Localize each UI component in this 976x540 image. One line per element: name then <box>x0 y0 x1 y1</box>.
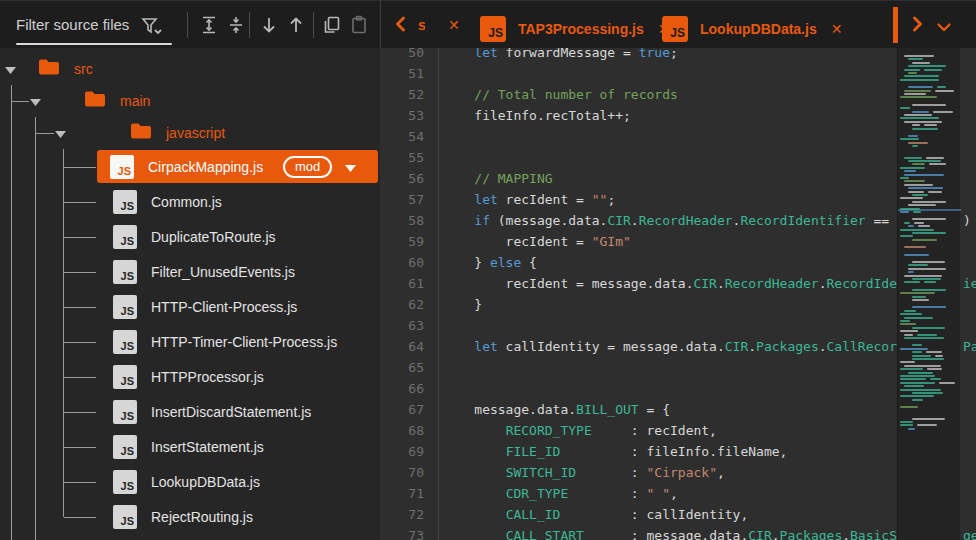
minimap-code-line <box>904 246 926 248</box>
folder-label: javascript <box>166 125 225 141</box>
minimap-code-line <box>900 395 934 397</box>
filter-icon[interactable] <box>140 15 160 35</box>
tree-item-javascript[interactable]: javascript <box>0 117 380 149</box>
copy-icon[interactable] <box>322 15 342 35</box>
minimap-code-line <box>912 145 918 147</box>
tree-item-src[interactable]: src <box>0 53 380 85</box>
minimap-code-line <box>900 208 920 210</box>
minimap-code-line <box>900 378 926 380</box>
minimap-code-line <box>900 117 939 119</box>
minimap-code-line <box>904 385 924 387</box>
minimap-code-line <box>912 111 929 113</box>
minimap-code-line <box>914 222 924 224</box>
js-file-icon: JS <box>113 295 137 319</box>
minimap-code-line <box>900 138 919 140</box>
code-line: } else { <box>443 252 897 273</box>
js-file-icon: JS <box>113 365 137 389</box>
minimap-code-line <box>912 218 946 220</box>
expand-vertical-icon[interactable] <box>199 15 219 35</box>
minimap-code-line <box>908 86 933 88</box>
minimap-code-line <box>908 187 943 189</box>
minimap-code-line <box>900 313 922 315</box>
tabs-scroll-left-icon[interactable] <box>392 15 410 37</box>
code-line <box>443 357 897 378</box>
tree-guide-line <box>63 149 64 517</box>
tree-item-InsertDiscardStatement.js[interactable]: JSInsertDiscardStatement.js <box>0 394 380 429</box>
chevron-down-icon[interactable] <box>5 60 16 78</box>
filter-input-underline <box>16 43 172 45</box>
minimap-code-line <box>908 372 933 374</box>
minimap-code-line <box>900 229 934 231</box>
code-line: fileInfo.recTotal++; <box>443 105 897 126</box>
minimap-code-line <box>917 334 937 336</box>
tab-TAP3Processing.js[interactable]: JSTAP3Processing.js✕ <box>480 9 670 49</box>
code-line <box>443 315 897 336</box>
minimap-code-line <box>927 368 942 370</box>
minimap[interactable] <box>897 48 960 540</box>
tabs-dropdown-icon[interactable] <box>936 20 952 38</box>
tree-connector-line <box>64 272 96 273</box>
tabs-scroll-right-icon[interactable] <box>908 15 926 37</box>
folder-icon <box>84 91 106 112</box>
arrow-down-icon[interactable] <box>259 15 279 35</box>
code-line <box>443 147 897 168</box>
minimap-code-line <box>926 157 944 159</box>
chevron-down-icon[interactable] <box>55 124 66 142</box>
file-label: LookupDBData.js <box>151 474 260 490</box>
arrow-up-icon[interactable] <box>286 15 306 35</box>
code-line: let forwardMessage = true; <box>443 48 897 63</box>
tree-item-HTTP-Timer-Client-Process.js[interactable]: JSHTTP-Timer-Client-Process.js <box>0 324 380 359</box>
filter-source-files-input[interactable] <box>16 10 138 38</box>
file-label: HTTPProcessor.js <box>151 369 264 385</box>
code-line: // Total number of records <box>443 84 897 105</box>
minimap-code-line <box>904 69 920 71</box>
truncated-tab-fragment[interactable]: s <box>418 17 425 33</box>
tree-item-LookupDBData.js[interactable]: JSLookupDBData.js <box>0 464 380 499</box>
tab-splitter-handle[interactable] <box>893 7 898 43</box>
minimap-code-line <box>900 79 939 81</box>
folder-label: src <box>74 61 93 77</box>
minimap-code-line <box>900 421 913 423</box>
tree-item-HTTPProcessor.js[interactable]: JSHTTPProcessor.js <box>0 359 380 394</box>
minimap-code-line <box>924 281 935 283</box>
minimap-code-line <box>926 351 942 353</box>
tree-item-main[interactable]: main <box>0 85 380 117</box>
code-line: FILE_ID : fileInfo.fileName, <box>443 441 897 462</box>
tree-item-DuplicateToRoute.js[interactable]: JSDuplicateToRoute.js <box>0 219 380 254</box>
code-overflow-fragment: ge <box>963 525 976 540</box>
tree-connector-line <box>36 133 54 134</box>
code-overflow-fragment: ie <box>963 273 976 294</box>
minimap-code-line <box>904 334 913 336</box>
minimap-code-line <box>930 378 941 380</box>
tree-item-Common.js[interactable]: JSCommon.js <box>0 184 380 219</box>
minimap-code-line <box>937 86 946 88</box>
file-label: CirpackMapping.js <box>148 159 263 175</box>
tree-connector-line <box>64 517 96 518</box>
code-line <box>443 126 897 147</box>
minimap-code-line <box>904 337 944 339</box>
chevron-down-icon[interactable] <box>30 92 41 110</box>
file-label: HTTP-Timer-Client-Process.js <box>151 334 337 350</box>
minimap-code-line <box>904 281 920 283</box>
collapse-vertical-icon[interactable] <box>226 15 246 35</box>
item-menu-caret-icon[interactable] <box>345 158 356 176</box>
paste-icon[interactable] <box>349 15 369 35</box>
tree-item-HTTP-Client-Process.js[interactable]: JSHTTP-Client-Process.js <box>0 289 380 324</box>
tree-item-InsertStatement.js[interactable]: JSInsertStatement.js <box>0 429 380 464</box>
code-editor[interactable]: let forwardMessage = true; // Total numb… <box>380 48 897 540</box>
tree-item-CirpackMapping.js[interactable]: JSCirpackMapping.jsmod <box>0 149 380 184</box>
tree-item-RejectRouting.js[interactable]: JSRejectRouting.js <box>0 499 380 534</box>
modified-badge: mod <box>283 156 332 178</box>
folder-icon <box>38 59 60 80</box>
tab-LookupDBData.js[interactable]: JSLookupDBData.js✕ <box>662 9 842 49</box>
minimap-code-line <box>900 323 916 325</box>
close-icon[interactable]: ✕ <box>831 22 843 36</box>
editor-tab-bar: s ✕ JSTAP3Processing.js✕JSLookupDBData.j… <box>380 1 976 49</box>
tree-item-Filter_UnusedEvents.js[interactable]: JSFilter_UnusedEvents.js <box>0 254 380 289</box>
close-icon[interactable]: ✕ <box>448 18 460 32</box>
tree-connector-line <box>64 342 96 343</box>
minimap-code-line <box>904 75 939 77</box>
folder-label: main <box>120 93 150 109</box>
js-file-icon: JS <box>110 155 134 179</box>
minimap-code-line <box>912 299 929 301</box>
